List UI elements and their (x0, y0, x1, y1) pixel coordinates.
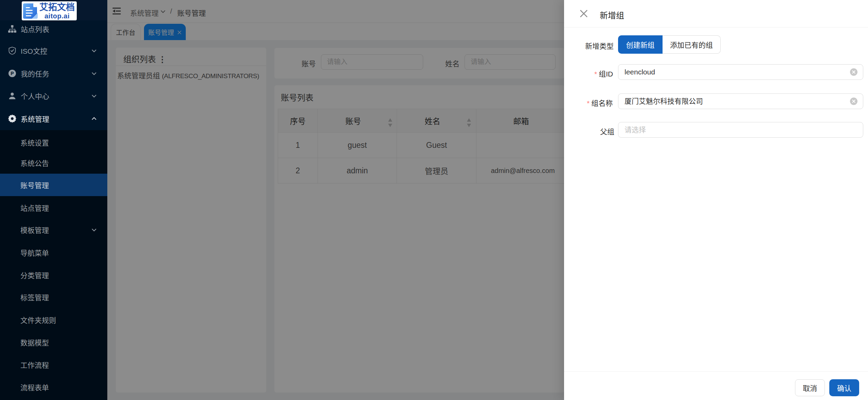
svg-text:P: P (11, 71, 14, 76)
